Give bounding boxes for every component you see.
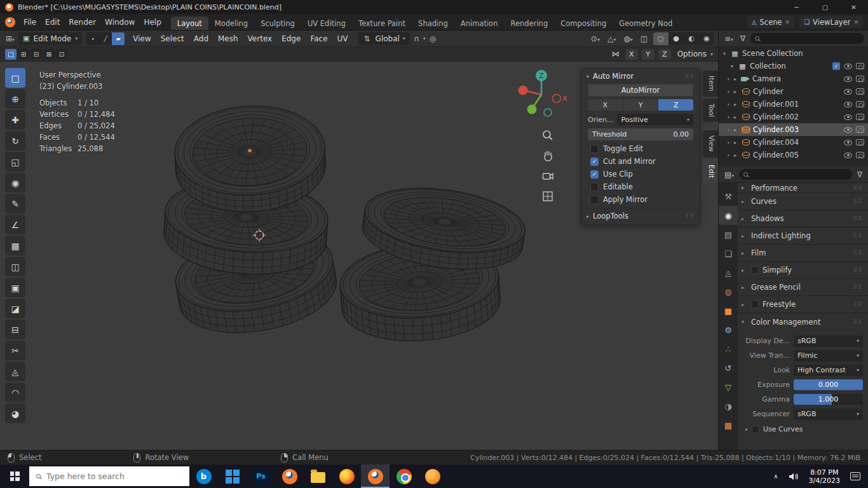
tab-tool[interactable]: ⚒ — [719, 187, 738, 206]
mode-selector[interactable]: ▣ Edit Mode ▾ — [18, 32, 82, 45]
panel-title[interactable]: Auto Mirror — [593, 72, 634, 81]
minimize-button[interactable]: ─ — [782, 0, 811, 14]
menu-window[interactable]: Window — [100, 18, 139, 27]
tool-measure[interactable]: ∠ — [5, 215, 25, 234]
axis-x-button[interactable]: X — [588, 99, 623, 111]
hide-eye-icon[interactable] — [844, 89, 852, 95]
checkbox-unchecked[interactable] — [751, 266, 759, 274]
row-label[interactable]: Cylinder.002 — [753, 112, 841, 121]
hide-eye-icon[interactable] — [844, 102, 852, 107]
disable-render-icon[interactable] — [856, 101, 864, 107]
section-grease-pencil[interactable]: ▸Grease Pencil⠿⠿ — [738, 279, 868, 296]
collection-checkbox[interactable]: ✓ — [832, 62, 840, 70]
maximize-button[interactable]: ▢ — [811, 0, 839, 14]
tool-loop-cut[interactable]: ⊟ — [5, 320, 25, 339]
blender-icon[interactable] — [275, 464, 304, 488]
tab-modifiers[interactable]: ⚙ — [719, 320, 738, 339]
checkbox-unchecked[interactable] — [590, 196, 599, 204]
blender-logo-icon[interactable] — [5, 17, 15, 27]
taskbar-search[interactable] — [29, 466, 189, 486]
threshold-field[interactable]: Threshold 0.00 — [588, 128, 693, 140]
snap-magnet-icon[interactable]: ∩ — [412, 34, 421, 43]
bing-icon[interactable]: b — [189, 464, 218, 488]
outliner-row-collection[interactable]: ▾ ▦ Collection ✓ — [719, 60, 868, 72]
navigation-gizmo[interactable]: Z X — [512, 67, 571, 123]
checkbox-unchecked[interactable] — [590, 145, 599, 153]
row-label[interactable]: Collection — [750, 62, 830, 71]
taskbar-clock[interactable]: 8:07 PM 3/4/2023 — [809, 468, 840, 485]
automirror-button[interactable]: AutoMirror — [588, 84, 693, 97]
volume-icon[interactable] — [789, 472, 799, 481]
tool-cursor[interactable]: ⊕ — [5, 89, 25, 109]
tab-output[interactable]: ▤ — [719, 225, 738, 244]
gamma-slider[interactable]: 1.000 — [794, 394, 863, 405]
editor-type-icon[interactable]: ⊞▾ — [4, 34, 17, 43]
disable-render-icon[interactable] — [856, 63, 864, 69]
menu-mesh[interactable]: Mesh — [214, 34, 242, 43]
shading-material-button[interactable]: ◐ — [684, 32, 699, 45]
section-simplify[interactable]: ▸Simplify⠿⠿ — [738, 262, 868, 279]
gizmo-toggle-icon[interactable]: △▾ — [606, 34, 618, 43]
outliner-row-cylinder-001[interactable]: ▸ Cylinder.001 — [719, 98, 868, 111]
section-shadows[interactable]: ▸Shadows⠿⠿ — [738, 210, 868, 227]
camera-view-icon[interactable] — [541, 170, 554, 182]
mirror-x-button[interactable]: X — [625, 49, 638, 60]
shading-rendered-button[interactable]: ◉ — [699, 32, 714, 45]
hide-eye-icon[interactable] — [844, 140, 852, 146]
expand-icon[interactable]: ▸ — [732, 114, 738, 120]
menu-uv[interactable]: UV — [334, 34, 352, 43]
tool-select-box[interactable]: □ — [5, 68, 25, 88]
tab-view-layer[interactable]: ❏ — [719, 244, 738, 263]
workspace-tab-animation[interactable]: Animation — [454, 17, 505, 30]
tool-knife[interactable]: ✂ — [5, 341, 25, 360]
expand-icon[interactable]: ▾ — [721, 51, 728, 57]
tab-item[interactable]: Item — [703, 71, 718, 97]
outliner-row-cylinder-005[interactable]: ▸ Cylinder.005 — [719, 149, 868, 161]
visibility-eye-icon[interactable]: ⊙▾ — [589, 34, 602, 43]
workspace-tab-compositing[interactable]: Compositing — [554, 17, 613, 30]
tab-physics[interactable]: ↺ — [719, 358, 738, 377]
face-select-button[interactable]: ▰ — [112, 32, 125, 45]
row-label[interactable]: Cylinder.001 — [753, 100, 841, 109]
close-button[interactable]: ✕ — [839, 0, 868, 14]
blender-active-icon[interactable] — [361, 464, 390, 488]
tab-render[interactable]: ◉ — [719, 206, 738, 225]
tab-particles[interactable]: ∴ — [719, 339, 738, 358]
menu-edit[interactable]: Edit — [41, 18, 64, 27]
filter-funnel-icon[interactable]: ∇ — [738, 34, 747, 43]
editable-option[interactable]: Editable — [590, 182, 693, 191]
menu-add[interactable]: Add — [190, 34, 212, 43]
menu-view[interactable]: View — [129, 34, 154, 43]
tool-inset-faces[interactable]: ▣ — [5, 278, 25, 297]
tab-view[interactable]: View — [703, 130, 718, 157]
outliner-editor-icon[interactable]: ≡▾ — [722, 34, 735, 43]
view-transform-dropdown[interactable]: Filmic▾ — [794, 350, 863, 362]
exposure-slider[interactable]: 0.000 — [794, 379, 863, 390]
select-mode-intersect-button[interactable]: ⊡ — [56, 49, 67, 60]
chrome-icon[interactable] — [390, 464, 418, 488]
display-device-dropdown[interactable]: sRGB▾ — [794, 336, 863, 347]
use-curves-option[interactable]: ▸Use Curves — [745, 425, 863, 433]
looptools-panel-header[interactable]: ▸ LoopTools ⠿⠿ — [581, 208, 700, 222]
outliner-search-input[interactable] — [750, 33, 864, 44]
menu-help[interactable]: Help — [139, 18, 165, 27]
tab-object-data[interactable]: ▽ — [719, 377, 738, 396]
orientation-dropdown[interactable]: Positive ▾ — [617, 114, 693, 125]
disable-render-icon[interactable] — [856, 152, 864, 158]
row-label[interactable]: Cylinder.005 — [753, 151, 841, 159]
hide-eye-icon[interactable] — [844, 64, 852, 69]
tab-scene[interactable]: ◬ — [719, 263, 738, 282]
menu-vertex[interactable]: Vertex — [244, 34, 276, 43]
workspace-tab-rendering[interactable]: Rendering — [504, 17, 554, 30]
overlays-toggle-icon[interactable]: ◍▾ — [621, 34, 635, 43]
view-layer-unlink-icon[interactable]: ✕ — [853, 19, 858, 25]
row-label[interactable]: Scene Collection — [742, 49, 864, 58]
apply-mirror-option[interactable]: Apply Mirror — [590, 195, 693, 204]
xray-toggle-icon[interactable]: ◫ — [639, 34, 649, 43]
filter-funnel-icon[interactable]: ∇ — [855, 170, 864, 179]
row-label[interactable]: Cylinder.003 — [753, 125, 841, 134]
hide-eye-icon[interactable] — [844, 114, 852, 120]
workspace-tab-uv-editing[interactable]: UV Editing — [301, 17, 352, 30]
proportional-editing-icon[interactable]: ◎ — [428, 34, 438, 43]
sequencer-dropdown[interactable]: sRGB▾ — [794, 409, 863, 420]
